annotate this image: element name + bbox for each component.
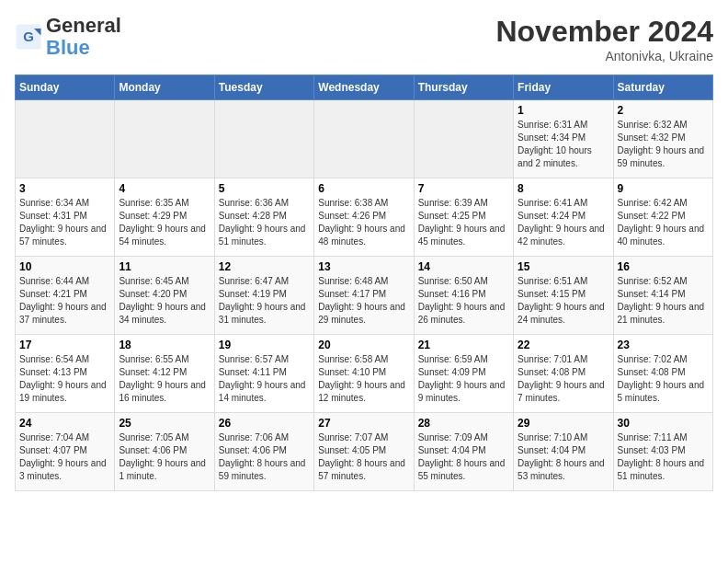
calendar-cell: 18Sunrise: 6:55 AM Sunset: 4:12 PM Dayli… bbox=[115, 335, 214, 413]
calendar-week-row: 3Sunrise: 6:34 AM Sunset: 4:31 PM Daylig… bbox=[16, 178, 713, 257]
day-number: 29 bbox=[518, 417, 609, 430]
day-info: Sunrise: 6:45 AM Sunset: 4:20 PM Dayligh… bbox=[119, 275, 210, 327]
day-number: 16 bbox=[618, 260, 709, 273]
calendar-cell: 4Sunrise: 6:35 AM Sunset: 4:29 PM Daylig… bbox=[115, 178, 214, 257]
calendar-cell bbox=[314, 100, 414, 178]
day-info: Sunrise: 6:31 AM Sunset: 4:34 PM Dayligh… bbox=[518, 119, 609, 170]
day-number: 24 bbox=[19, 417, 110, 430]
calendar-cell: 9Sunrise: 6:42 AM Sunset: 4:22 PM Daylig… bbox=[613, 178, 712, 257]
day-info: Sunrise: 7:01 AM Sunset: 4:08 PM Dayligh… bbox=[518, 353, 609, 405]
calendar-cell: 8Sunrise: 6:41 AM Sunset: 4:24 PM Daylig… bbox=[514, 178, 613, 257]
day-number: 15 bbox=[518, 260, 609, 273]
day-number: 14 bbox=[418, 260, 509, 273]
calendar-table: SundayMondayTuesdayWednesdayThursdayFrid… bbox=[15, 75, 713, 491]
day-info: Sunrise: 6:47 AM Sunset: 4:19 PM Dayligh… bbox=[219, 275, 310, 327]
day-number: 2 bbox=[618, 104, 709, 117]
day-number: 11 bbox=[119, 260, 210, 273]
calendar-cell: 24Sunrise: 7:04 AM Sunset: 4:07 PM Dayli… bbox=[16, 413, 115, 491]
day-info: Sunrise: 7:04 AM Sunset: 4:07 PM Dayligh… bbox=[19, 431, 110, 483]
logo-icon: G bbox=[15, 23, 42, 51]
day-info: Sunrise: 6:36 AM Sunset: 4:28 PM Dayligh… bbox=[219, 197, 310, 248]
calendar-cell bbox=[115, 100, 214, 178]
day-info: Sunrise: 6:54 AM Sunset: 4:13 PM Dayligh… bbox=[19, 353, 110, 405]
calendar-cell: 16Sunrise: 6:52 AM Sunset: 4:14 PM Dayli… bbox=[613, 257, 712, 335]
day-info: Sunrise: 7:10 AM Sunset: 4:04 PM Dayligh… bbox=[518, 431, 609, 483]
weekday-header: Friday bbox=[514, 75, 613, 100]
calendar-cell: 17Sunrise: 6:54 AM Sunset: 4:13 PM Dayli… bbox=[16, 335, 115, 413]
day-info: Sunrise: 6:32 AM Sunset: 4:32 PM Dayligh… bbox=[618, 119, 709, 170]
svg-text:G: G bbox=[23, 29, 34, 44]
logo-general: General bbox=[46, 14, 121, 37]
calendar-cell: 10Sunrise: 6:44 AM Sunset: 4:21 PM Dayli… bbox=[16, 257, 115, 335]
calendar-cell: 19Sunrise: 6:57 AM Sunset: 4:11 PM Dayli… bbox=[214, 335, 313, 413]
day-info: Sunrise: 6:51 AM Sunset: 4:15 PM Dayligh… bbox=[518, 275, 609, 327]
calendar-cell: 13Sunrise: 6:48 AM Sunset: 4:17 PM Dayli… bbox=[314, 257, 414, 335]
day-info: Sunrise: 6:55 AM Sunset: 4:12 PM Dayligh… bbox=[119, 353, 210, 405]
weekday-header: Monday bbox=[115, 75, 214, 100]
day-number: 25 bbox=[119, 417, 210, 430]
day-info: Sunrise: 6:58 AM Sunset: 4:10 PM Dayligh… bbox=[318, 353, 409, 405]
day-info: Sunrise: 6:57 AM Sunset: 4:11 PM Dayligh… bbox=[219, 353, 310, 405]
calendar-cell: 2Sunrise: 6:32 AM Sunset: 4:32 PM Daylig… bbox=[613, 100, 712, 178]
day-info: Sunrise: 6:39 AM Sunset: 4:25 PM Dayligh… bbox=[418, 197, 509, 248]
calendar-cell: 25Sunrise: 7:05 AM Sunset: 4:06 PM Dayli… bbox=[115, 413, 214, 491]
day-number: 8 bbox=[518, 182, 609, 195]
calendar-cell: 22Sunrise: 7:01 AM Sunset: 4:08 PM Dayli… bbox=[514, 335, 613, 413]
day-number: 4 bbox=[119, 182, 210, 195]
weekday-row: SundayMondayTuesdayWednesdayThursdayFrid… bbox=[16, 75, 713, 100]
day-info: Sunrise: 7:02 AM Sunset: 4:08 PM Dayligh… bbox=[618, 353, 709, 405]
calendar-body: 1Sunrise: 6:31 AM Sunset: 4:34 PM Daylig… bbox=[16, 100, 713, 491]
day-info: Sunrise: 6:44 AM Sunset: 4:21 PM Dayligh… bbox=[19, 275, 110, 327]
day-info: Sunrise: 7:09 AM Sunset: 4:04 PM Dayligh… bbox=[418, 431, 509, 483]
weekday-header: Sunday bbox=[16, 75, 115, 100]
month-title: November 2024 bbox=[495, 15, 713, 49]
day-info: Sunrise: 7:05 AM Sunset: 4:06 PM Dayligh… bbox=[119, 431, 210, 483]
day-info: Sunrise: 6:50 AM Sunset: 4:16 PM Dayligh… bbox=[418, 275, 509, 327]
calendar-cell: 29Sunrise: 7:10 AM Sunset: 4:04 PM Dayli… bbox=[514, 413, 613, 491]
day-number: 17 bbox=[19, 339, 110, 351]
day-number: 6 bbox=[318, 182, 409, 195]
logo-blue: Blue bbox=[46, 36, 90, 59]
calendar-cell: 21Sunrise: 6:59 AM Sunset: 4:09 PM Dayli… bbox=[414, 335, 513, 413]
day-info: Sunrise: 6:48 AM Sunset: 4:17 PM Dayligh… bbox=[318, 275, 409, 327]
day-number: 13 bbox=[318, 260, 409, 273]
calendar-cell: 1Sunrise: 6:31 AM Sunset: 4:34 PM Daylig… bbox=[514, 100, 613, 178]
calendar-week-row: 1Sunrise: 6:31 AM Sunset: 4:34 PM Daylig… bbox=[16, 100, 713, 178]
logo-text: General Blue bbox=[46, 15, 121, 59]
calendar-cell: 11Sunrise: 6:45 AM Sunset: 4:20 PM Dayli… bbox=[115, 257, 214, 335]
day-number: 20 bbox=[318, 339, 409, 351]
calendar-cell: 7Sunrise: 6:39 AM Sunset: 4:25 PM Daylig… bbox=[414, 178, 513, 257]
day-number: 18 bbox=[119, 339, 210, 351]
day-info: Sunrise: 6:59 AM Sunset: 4:09 PM Dayligh… bbox=[418, 353, 509, 405]
weekday-header: Wednesday bbox=[314, 75, 414, 100]
calendar-cell: 23Sunrise: 7:02 AM Sunset: 4:08 PM Dayli… bbox=[613, 335, 712, 413]
calendar-cell: 15Sunrise: 6:51 AM Sunset: 4:15 PM Dayli… bbox=[514, 257, 613, 335]
page-header: G General Blue November 2024 Antonivka, … bbox=[15, 15, 713, 63]
day-number: 27 bbox=[318, 417, 409, 430]
calendar-cell bbox=[414, 100, 513, 178]
day-number: 5 bbox=[219, 182, 310, 195]
day-number: 3 bbox=[19, 182, 110, 195]
day-number: 12 bbox=[219, 260, 310, 273]
day-info: Sunrise: 6:41 AM Sunset: 4:24 PM Dayligh… bbox=[518, 197, 609, 248]
day-number: 23 bbox=[618, 339, 709, 351]
title-block: November 2024 Antonivka, Ukraine bbox=[495, 15, 713, 63]
calendar-week-row: 24Sunrise: 7:04 AM Sunset: 4:07 PM Dayli… bbox=[16, 413, 713, 491]
calendar-cell: 28Sunrise: 7:09 AM Sunset: 4:04 PM Dayli… bbox=[414, 413, 513, 491]
day-number: 28 bbox=[418, 417, 509, 430]
calendar-cell: 20Sunrise: 6:58 AM Sunset: 4:10 PM Dayli… bbox=[314, 335, 414, 413]
day-info: Sunrise: 6:38 AM Sunset: 4:26 PM Dayligh… bbox=[318, 197, 409, 248]
calendar-cell bbox=[214, 100, 313, 178]
calendar-cell: 27Sunrise: 7:07 AM Sunset: 4:05 PM Dayli… bbox=[314, 413, 414, 491]
day-number: 9 bbox=[618, 182, 709, 195]
weekday-header: Tuesday bbox=[214, 75, 313, 100]
day-number: 22 bbox=[518, 339, 609, 351]
day-number: 26 bbox=[219, 417, 310, 430]
day-number: 19 bbox=[219, 339, 310, 351]
day-number: 7 bbox=[418, 182, 509, 195]
day-info: Sunrise: 7:11 AM Sunset: 4:03 PM Dayligh… bbox=[618, 431, 709, 483]
day-info: Sunrise: 6:34 AM Sunset: 4:31 PM Dayligh… bbox=[19, 197, 110, 248]
location-subtitle: Antonivka, Ukraine bbox=[495, 49, 713, 63]
logo: G General Blue bbox=[15, 15, 121, 59]
day-info: Sunrise: 7:07 AM Sunset: 4:05 PM Dayligh… bbox=[318, 431, 409, 483]
